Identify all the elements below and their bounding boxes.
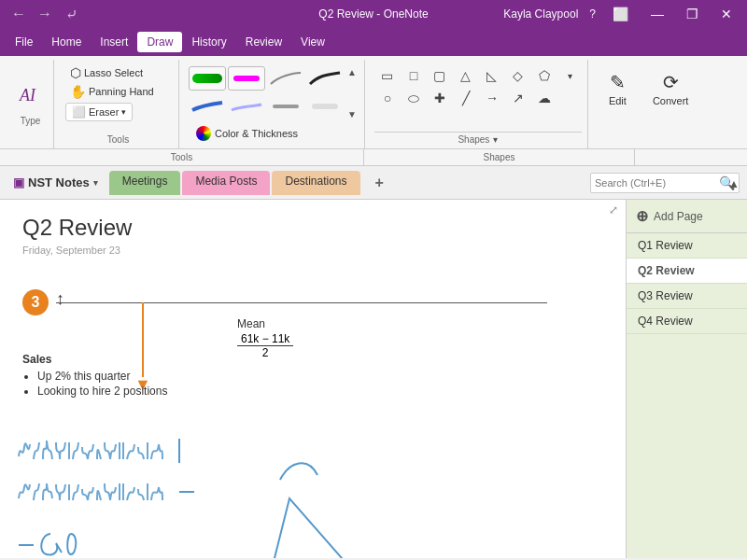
add-page-button[interactable]: ⊕ Add Page [627,200,747,233]
shape-diamond[interactable]: ◇ [505,65,531,86]
shapes-section: ▭ □ ▢ △ ◺ ◇ ⬠ ▾ ○ ⬭ ✚ ╱ → ↗ ☁ Shapes ▾ [369,60,588,148]
panning-label: Panning Hand [89,86,154,97]
page-item-q4[interactable]: Q4 Review [627,309,747,334]
menu-view[interactable]: View [291,32,334,52]
tab-destinations[interactable]: Destinations [272,171,359,195]
shape-cross[interactable]: ✚ [427,88,453,108]
sales-title: Sales [22,353,167,366]
bullet-item-1: Looking to hire 2 positions [37,385,167,398]
lasso-icon: ⬡ [70,65,81,80]
lasso-select-button[interactable]: ⬡ Lasso Select [65,63,171,82]
window-title: Q2 Review - OneNote [318,7,428,21]
eraser-dropdown-icon[interactable]: ▾ [121,107,126,117]
convert-label: Convert [653,95,689,106]
menu-file[interactable]: File [6,32,42,52]
tabs: Meetings Media Posts Destinations + [109,171,585,195]
page-item-q1[interactable]: Q1 Review [627,233,747,259]
title-bar-right: Kayla Claypool ? ⬜ — ❐ ✕ [503,5,738,23]
edit-label: Edit [609,95,627,106]
tools-label: Tools [65,133,171,145]
eraser-label: Eraser [89,106,119,118]
lasso-label: Lasso Select [84,67,143,78]
shape-triangle[interactable]: △ [453,65,479,86]
page-date: Friday, September 23 [22,245,603,256]
tab-meetings[interactable]: Meetings [109,171,181,195]
mean-formula: Mean 61k − 11k 2 [237,317,293,359]
shapes-dropdown[interactable]: ▾ [493,134,498,145]
bullet-list: Up 2% this quarter Looking to hire 2 pos… [22,370,167,398]
shape-darr[interactable]: ↗ [505,88,531,108]
quick-save-button[interactable]: ⤶ [62,5,80,23]
help-button[interactable]: ? [589,7,596,21]
search-input[interactable] [595,177,719,189]
label-strip: Tools Shapes [0,149,747,166]
notebook-name-button[interactable]: ▣ NST Notes ▾ [7,174,104,191]
shapes-expand[interactable]: ▾ [557,65,584,86]
pen-magenta[interactable] [228,66,265,91]
type-label: Type [21,116,41,126]
sidebar-pages: ⊕ Add Page Q1 Review Q2 Review Q3 Review… [626,200,747,558]
scroll-down-button[interactable]: ▼ [345,107,359,121]
shape-expand2[interactable] [557,88,584,108]
back-button[interactable]: ← [9,5,28,23]
shape-pentagon[interactable]: ⬠ [531,65,557,86]
shape-circle[interactable]: ○ [374,88,401,108]
shape-rect2[interactable]: □ [401,65,427,86]
handwritten-area [0,424,504,558]
main-area: ⤢ Q2 Review Friday, September 23 3 ↕ ▼ M… [0,200,747,558]
mean-numerator: 61k − 11k [237,332,293,346]
pen-blue[interactable] [189,94,226,119]
svg-text:AI: AI [19,86,36,105]
ribbon: AI Type ⬡ Lasso Select ✋ Panning Hand ⬜ … [0,56,747,149]
forward-button[interactable]: → [35,5,54,23]
color-circle-icon [196,126,211,141]
ribbon-collapse-button[interactable]: ▲ [728,177,740,190]
scroll-up-button[interactable]: ▲ [345,65,359,79]
menu-bar: File Home Insert Draw History Review Vie… [0,28,747,56]
shape-line[interactable]: ╱ [453,88,479,108]
shapes-label: Shapes [458,134,489,145]
restore-window-button[interactable]: ⬜ [607,5,634,23]
menu-review[interactable]: Review [236,32,291,52]
add-page-icon: ⊕ [636,207,648,225]
convert-button[interactable]: ⟳ Convert [643,67,698,110]
tools-strip-label: Tools [0,149,364,165]
menu-home[interactable]: Home [42,32,91,52]
pen-gray[interactable] [267,66,304,91]
menu-history[interactable]: History [182,32,235,52]
page-item-q2[interactable]: Q2 Review [627,259,747,284]
maximize-button[interactable]: ❐ [681,5,704,23]
hand-icon: ✋ [70,84,86,99]
shape-rounded[interactable]: ▢ [427,65,453,86]
bullet-item-0: Up 2% this quarter [37,370,167,383]
shape-rectangle[interactable]: ▭ [374,65,401,86]
pen-medium[interactable] [267,94,304,119]
shapes-strip-label: Shapes [364,149,635,165]
eraser-button[interactable]: ⬜ Eraser ▾ [65,103,133,121]
menu-draw[interactable]: Draw [137,32,182,52]
sales-section: Sales Up 2% this quarter Looking to hire… [22,278,167,399]
tab-media-posts[interactable]: Media Posts [182,171,270,195]
page-canvas[interactable]: ⤢ Q2 Review Friday, September 23 3 ↕ ▼ M… [0,200,626,558]
pen-dark[interactable] [306,66,344,91]
pen-light[interactable] [228,94,265,119]
mean-denominator: 2 [259,346,273,359]
shape-ellipse[interactable]: ⬭ [401,88,427,108]
shape-cloud[interactable]: ☁ [531,88,557,108]
tab-add-button[interactable]: + [362,171,397,195]
panning-hand-button[interactable]: ✋ Panning Hand [65,82,171,101]
shape-arr[interactable]: → [479,88,505,108]
shape-rtriangle[interactable]: ◺ [479,65,505,86]
eraser-icon: ⬜ [72,105,86,119]
edit-button[interactable]: ✎ Edit [599,67,636,110]
page-item-q3[interactable]: Q3 Review [627,284,747,309]
pen-green[interactable] [189,66,226,91]
mean-fraction: 61k − 11k 2 [237,332,293,359]
expand-button[interactable]: ⤢ [609,203,618,217]
pen-light2[interactable] [306,94,344,119]
close-button[interactable]: ✕ [715,5,738,23]
minimize-button[interactable]: — [645,5,669,23]
notebook-dropdown-icon: ▾ [93,178,98,188]
menu-insert[interactable]: Insert [91,32,137,52]
color-thickness-button[interactable]: Color & Thickness [189,122,359,145]
